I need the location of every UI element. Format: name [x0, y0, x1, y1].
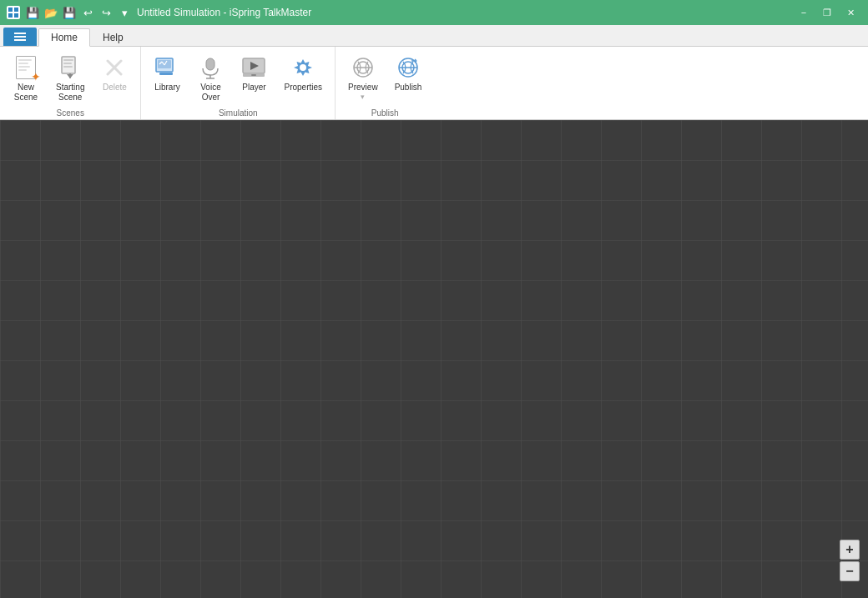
voice-over-label: Voice Over [200, 83, 220, 103]
delete-button[interactable]: Delete [93, 50, 135, 97]
dropdown-button[interactable]: ▾ [117, 5, 132, 20]
tab-file[interactable] [3, 28, 37, 46]
player-icon [240, 54, 267, 81]
new-scene-label: New Scene [14, 83, 38, 103]
delete-label: Delete [103, 83, 127, 93]
svg-rect-21 [206, 58, 214, 70]
properties-button[interactable]: Properties [276, 50, 330, 97]
tab-home[interactable]: Home [38, 28, 90, 47]
title-bar-left: 💾 📂 💾 ↩ ↪ ▾ Untitled Simulation - iSprin… [7, 5, 311, 20]
publish-button[interactable]: Publish [387, 50, 430, 97]
canvas-area[interactable]: + − [0, 120, 868, 598]
title-bar: 💾 📂 💾 ↩ ↪ ▾ Untitled Simulation - iSprin… [0, 0, 868, 25]
svg-rect-0 [8, 8, 13, 12]
library-label: Library [154, 83, 180, 93]
ribbon-group-simulation: Library Voice Over [141, 47, 336, 119]
quick-access-toolbar: 💾 📂 💾 ↩ ↪ ▾ [25, 5, 132, 20]
preview-icon [350, 54, 376, 81]
starting-scene-button[interactable]: Starting Scene [48, 50, 92, 107]
ribbon-tabs: Home Help [0, 25, 868, 47]
simulation-group-label: Simulation [146, 107, 330, 118]
svg-rect-10 [63, 66, 73, 68]
scenes-group-items: ✦ New Scene [5, 50, 135, 107]
svg-rect-6 [14, 39, 26, 41]
library-button[interactable]: Library [146, 50, 188, 97]
svg-rect-2 [8, 13, 13, 18]
restore-button[interactable]: ❐ [816, 4, 838, 21]
publish-icon [395, 54, 421, 81]
svg-rect-26 [251, 74, 256, 76]
starting-scene-icon [57, 54, 83, 81]
ribbon-group-publish: Preview ▾ [336, 47, 434, 119]
scenes-group-label: Scenes [5, 107, 135, 118]
svg-rect-5 [14, 36, 26, 38]
player-label: Player [242, 83, 265, 93]
zoom-controls: + − [840, 540, 860, 581]
delete-icon [101, 54, 128, 81]
voice-over-button[interactable]: Voice Over [189, 50, 231, 107]
ribbon-group-scenes: ✦ New Scene [0, 47, 141, 119]
svg-rect-4 [14, 33, 26, 34]
player-button[interactable]: Player [233, 50, 275, 97]
undo-button[interactable]: ↩ [80, 5, 95, 20]
new-scene-button[interactable]: ✦ New Scene [5, 50, 47, 107]
preview-button[interactable]: Preview ▾ [341, 50, 386, 106]
svg-point-28 [300, 64, 306, 71]
svg-rect-8 [63, 59, 73, 61]
zoom-out-button[interactable]: − [840, 561, 860, 581]
save-small-button[interactable]: 💾 [62, 5, 77, 20]
new-scene-icon: ✦ [13, 54, 39, 81]
voice-over-icon [197, 54, 224, 81]
app-icon [7, 6, 20, 19]
tab-help[interactable]: Help [90, 28, 136, 46]
minimize-button[interactable]: − [793, 4, 815, 21]
window-title: Untitled Simulation - iSpring TalkMaster [137, 7, 311, 18]
publish-group-items: Preview ▾ [341, 50, 429, 107]
preview-label: Preview ▾ [348, 83, 378, 102]
publish-label: Publish [395, 83, 422, 93]
redo-button[interactable]: ↪ [98, 5, 114, 20]
ribbon: ✦ New Scene [0, 47, 868, 120]
svg-rect-1 [14, 8, 18, 12]
library-icon [154, 54, 180, 81]
simulation-group-items: Library Voice Over [146, 50, 330, 107]
svg-rect-17 [159, 73, 173, 75]
publish-group-label: Publish [341, 107, 429, 118]
open-button[interactable]: 📂 [43, 5, 58, 20]
save-button[interactable]: 💾 [25, 5, 40, 20]
canvas-grid [0, 120, 868, 598]
new-scene-star: ✦ [31, 71, 41, 83]
svg-rect-9 [63, 63, 72, 64]
svg-rect-3 [14, 13, 18, 18]
window-controls: − ❐ ✕ [793, 4, 861, 21]
zoom-in-button[interactable]: + [840, 540, 860, 560]
close-button[interactable]: ✕ [840, 4, 861, 21]
properties-label: Properties [284, 83, 322, 93]
main-area: ✦ New Scene [0, 47, 868, 598]
properties-icon [290, 54, 316, 81]
starting-scene-label: Starting Scene [56, 83, 84, 103]
